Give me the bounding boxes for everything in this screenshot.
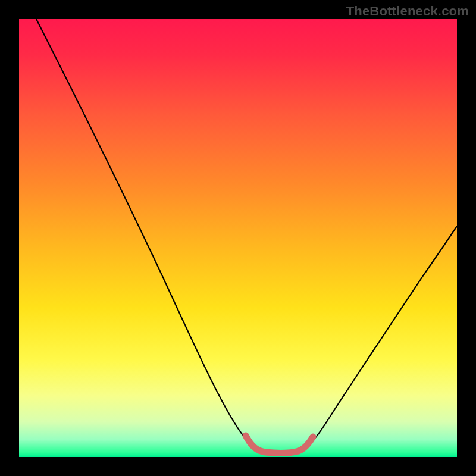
- bottleneck-curve: [36, 19, 457, 453]
- marker-dot-right: [310, 434, 316, 440]
- watermark-text: TheBottleneck.com: [346, 4, 469, 19]
- chart-frame: TheBottleneck.com: [0, 0, 476, 476]
- plot-area: [19, 19, 457, 457]
- curve-layer: [19, 19, 457, 457]
- optimal-zone-marker: [246, 436, 313, 453]
- marker-dot-left: [243, 433, 249, 439]
